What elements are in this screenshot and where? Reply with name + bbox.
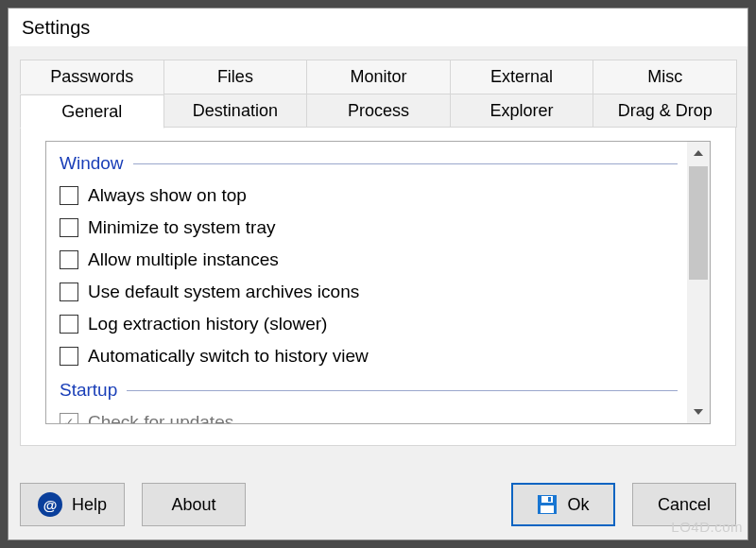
svg-rect-3	[541, 505, 554, 513]
tab-external[interactable]: External	[450, 60, 594, 94]
option-label: Automatically switch to history view	[88, 346, 369, 367]
tab-explorer[interactable]: Explorer	[450, 94, 594, 128]
option-label: Allow multiple instances	[88, 249, 279, 270]
at-icon: @	[38, 492, 62, 517]
checkbox[interactable]	[60, 250, 78, 269]
option-label: Minimize to system tray	[88, 217, 275, 238]
scrollbar[interactable]	[687, 142, 710, 423]
option-label: Use default system archives icons	[88, 282, 359, 302]
tab-panel-general: Window Always show on top Minimize to sy…	[20, 127, 736, 446]
help-label: Help	[72, 495, 107, 515]
option-log-history[interactable]: Log extraction history (slower)	[60, 308, 678, 340]
options-scroll-area: Window Always show on top Minimize to sy…	[46, 142, 687, 423]
option-default-icons[interactable]: Use default system archives icons	[60, 276, 678, 308]
client-area: Passwords Files Monitor External Misc Ge…	[9, 46, 747, 539]
tab-process[interactable]: Process	[306, 94, 451, 128]
checkbox[interactable]	[60, 347, 78, 366]
scroll-up-arrow-icon[interactable]	[687, 142, 710, 164]
group-title-startup: Startup	[60, 380, 117, 401]
option-label: Check for updates	[88, 412, 233, 423]
checkbox[interactable]	[60, 186, 78, 205]
option-multiple-instances[interactable]: Allow multiple instances	[60, 244, 678, 276]
button-bar: @ Help About Ok Cancel	[20, 483, 736, 526]
settings-window: Settings Passwords Files Monitor Externa…	[8, 8, 748, 540]
cancel-label: Cancel	[658, 495, 711, 515]
window-title: Settings	[22, 17, 90, 39]
tab-row-back: Passwords Files Monitor External Misc	[20, 60, 736, 94]
options-panel: Window Always show on top Minimize to sy…	[45, 141, 711, 424]
checkbox[interactable]: ✓	[60, 413, 78, 423]
group-title-window: Window	[60, 153, 124, 174]
cancel-button[interactable]: Cancel	[632, 483, 736, 526]
tab-destination[interactable]: Destination	[163, 94, 308, 128]
checkbox[interactable]	[60, 218, 78, 237]
group-header-startup: Startup	[60, 380, 678, 401]
scroll-down-arrow-icon[interactable]	[687, 401, 710, 423]
about-button[interactable]: About	[142, 483, 246, 526]
checkbox[interactable]	[60, 283, 78, 301]
svg-rect-2	[548, 497, 551, 502]
option-auto-history-view[interactable]: Automatically switch to history view	[60, 340, 678, 372]
tab-control: Passwords Files Monitor External Misc Ge…	[20, 60, 736, 446]
tab-misc[interactable]: Misc	[593, 60, 737, 94]
option-minimize-tray[interactable]: Minimize to system tray	[60, 212, 678, 244]
tab-drag-drop[interactable]: Drag & Drop	[593, 94, 737, 128]
option-label: Always show on top	[88, 185, 247, 206]
floppy-icon	[537, 494, 558, 515]
ok-label: Ok	[567, 495, 589, 515]
about-label: About	[172, 495, 216, 515]
tab-monitor[interactable]: Monitor	[306, 60, 451, 94]
option-check-updates[interactable]: ✓ Check for updates	[60, 406, 678, 423]
svg-rect-1	[541, 496, 553, 503]
tab-general[interactable]: General	[20, 94, 164, 128]
tab-files[interactable]: Files	[163, 60, 308, 94]
option-label: Log extraction history (slower)	[88, 314, 327, 334]
checkbox[interactable]	[60, 315, 78, 334]
option-always-on-top[interactable]: Always show on top	[60, 180, 678, 212]
titlebar: Settings	[9, 9, 747, 46]
help-button[interactable]: @ Help	[20, 483, 125, 526]
group-header-window: Window	[60, 153, 678, 174]
group-line	[133, 163, 678, 164]
scroll-thumb[interactable]	[689, 166, 708, 280]
spacer	[263, 483, 494, 526]
tab-row-front: General Destination Process Explorer Dra…	[20, 94, 736, 128]
group-line	[127, 390, 678, 391]
ok-button[interactable]: Ok	[511, 483, 615, 526]
tab-passwords[interactable]: Passwords	[20, 60, 164, 94]
